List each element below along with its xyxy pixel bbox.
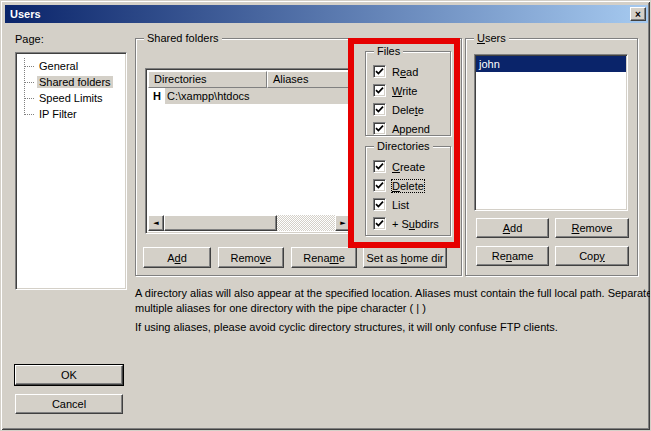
check-icon	[375, 219, 384, 228]
directories-list: Directories Aliases H C:\xampp\htdocs ◄ …	[145, 68, 354, 234]
scroll-left-button[interactable]: ◄	[148, 215, 164, 231]
checkbox-box	[373, 122, 386, 135]
check-icon	[375, 105, 384, 114]
remove-directory-button[interactable]: Remove	[218, 247, 284, 268]
tree-branch-icon	[24, 66, 34, 67]
checkbox-box	[373, 65, 386, 78]
sidebar-item-label: IP Filter	[37, 108, 79, 120]
rename-directory-button[interactable]: Rename	[291, 247, 357, 268]
users-list: john	[474, 54, 628, 211]
scrollbar-thumb[interactable]	[164, 215, 277, 231]
ok-button[interactable]: OK	[15, 365, 123, 385]
checkbox-box	[373, 103, 386, 116]
column-header-aliases[interactable]: Aliases	[267, 71, 351, 88]
sidebar-item-label: Speed Limits	[37, 92, 105, 104]
right-arrow-icon: ►	[340, 220, 345, 227]
checkbox-box	[373, 179, 386, 192]
rename-user-button[interactable]: Rename	[476, 246, 549, 266]
users-dialog: Users × Page: General Shared folders Spe…	[0, 0, 651, 431]
directory-path: C:\xampp\htdocs	[165, 88, 351, 104]
directories-permissions-group: Directories Create Delete List + Subdirs	[365, 146, 451, 236]
check-icon	[375, 67, 384, 76]
list-item-user[interactable]: john	[476, 56, 626, 72]
directories-group-label: Directories	[374, 140, 433, 152]
checkbox-read[interactable]: Read	[373, 62, 446, 81]
check-icon	[375, 162, 384, 171]
files-permissions-group: Files Read Write Delete Append	[365, 51, 451, 136]
checkbox-delete-file[interactable]: Delete	[373, 100, 446, 119]
sidebar-item-label: Shared folders	[37, 76, 113, 88]
sidebar-item-shared-folders[interactable]: Shared folders	[16, 74, 126, 90]
close-icon: ×	[635, 9, 641, 20]
check-icon	[375, 181, 384, 190]
checkbox-box	[373, 160, 386, 173]
horizontal-scrollbar[interactable]: ◄ ►	[148, 215, 351, 231]
checkbox-subdirs[interactable]: + Subdirs	[373, 214, 446, 233]
checkbox-append[interactable]: Append	[373, 119, 446, 138]
left-arrow-icon: ◄	[153, 220, 158, 227]
home-flag: H	[148, 88, 165, 104]
alias-help-paragraph: A directory alias will also appear at th…	[135, 286, 651, 316]
scroll-right-button[interactable]: ►	[335, 215, 351, 231]
shared-folders-group-label: Shared folders	[144, 32, 222, 44]
window-title: Users	[10, 8, 41, 20]
cancel-button[interactable]: Cancel	[15, 394, 123, 414]
copy-user-button[interactable]: Copy	[555, 246, 629, 266]
scrollbar-track[interactable]	[277, 215, 335, 231]
sidebar-item-general[interactable]: General	[16, 58, 126, 74]
checkbox-write[interactable]: Write	[373, 81, 446, 100]
cyclic-help-paragraph: If using aliases, please avoid cyclic di…	[135, 320, 651, 335]
checkbox-list[interactable]: List	[373, 195, 446, 214]
checkbox-create[interactable]: Create	[373, 157, 446, 176]
page-tree: General Shared folders Speed Limits IP F…	[15, 52, 127, 290]
tree-branch-icon	[24, 98, 34, 99]
title-bar[interactable]: Users	[5, 5, 648, 23]
checkbox-box	[373, 217, 386, 230]
tree-branch-icon	[24, 82, 34, 83]
check-icon	[375, 124, 384, 133]
close-button[interactable]: ×	[630, 7, 646, 21]
check-icon	[375, 86, 384, 95]
table-row[interactable]: H C:\xampp\htdocs	[148, 88, 351, 104]
sidebar-item-speed-limits[interactable]: Speed Limits	[16, 90, 126, 106]
remove-user-button[interactable]: Remove	[555, 218, 629, 238]
user-name: john	[479, 58, 500, 70]
checkbox-box	[373, 84, 386, 97]
set-as-home-dir-button[interactable]: Set as home dir	[363, 247, 447, 268]
sidebar-item-ip-filter[interactable]: IP Filter	[16, 106, 126, 122]
check-icon	[375, 200, 384, 209]
help-text: A directory alias will also appear at th…	[135, 286, 651, 335]
sidebar-item-label: General	[37, 60, 80, 72]
checkbox-box	[373, 198, 386, 211]
column-header-directories[interactable]: Directories	[148, 71, 267, 88]
directories-list-header: Directories Aliases	[148, 71, 351, 88]
add-user-button[interactable]: Add	[476, 218, 549, 238]
tree-branch-icon	[24, 114, 34, 115]
files-group-label: Files	[374, 45, 403, 57]
page-label: Page:	[15, 33, 44, 45]
checkbox-delete-dir[interactable]: Delete	[373, 176, 446, 195]
add-directory-button[interactable]: Add	[143, 247, 211, 268]
users-group-label: Users	[474, 32, 509, 44]
